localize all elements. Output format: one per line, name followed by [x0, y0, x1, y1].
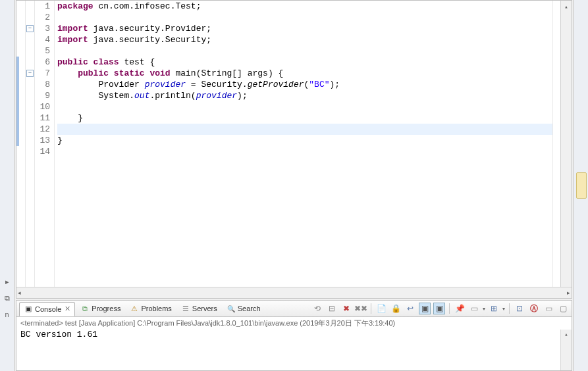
- change-marker: [16, 68, 19, 79]
- console-vertical-scrollbar[interactable]: ▴: [560, 330, 572, 370]
- clear-button[interactable]: 📄: [375, 303, 387, 314]
- tab-console[interactable]: ▣ Console ✕: [19, 302, 75, 316]
- fold-toggle[interactable]: −: [26, 70, 34, 77]
- line-number: 3: [35, 23, 50, 34]
- code-text-area[interactable]: package cn.com.infosec.Test; import java…: [55, 1, 552, 287]
- line-number: 9: [35, 90, 50, 101]
- change-marker: [16, 57, 19, 68]
- change-marker: [16, 124, 19, 135]
- tab-search[interactable]: 🔍 Search: [223, 302, 265, 315]
- right-trim: [574, 0, 588, 371]
- change-marker: [16, 90, 19, 101]
- editor-horizontal-scrollbar[interactable]: ◂ ▸: [16, 287, 572, 298]
- separator: [509, 303, 510, 314]
- line-number: 12: [35, 124, 50, 135]
- tab-progress[interactable]: ⧉ Progress: [76, 302, 124, 315]
- line-number: 13: [35, 135, 50, 146]
- line-number: 11: [35, 112, 50, 124]
- change-marker: [16, 79, 19, 90]
- maximize-button[interactable]: ▢: [557, 303, 569, 314]
- marker-ruler: [16, 1, 26, 287]
- code-line[interactable]: package cn.com.infosec.Test;: [57, 1, 552, 12]
- line-number: 5: [35, 45, 50, 57]
- minimize-button[interactable]: ▭: [543, 303, 554, 314]
- line-number: 14: [35, 146, 50, 157]
- open-console-button[interactable]: ⊞: [488, 303, 500, 314]
- remove-all-button[interactable]: ✖: [340, 303, 352, 314]
- restore-icon[interactable]: ⧉: [5, 294, 10, 303]
- line-number: 2: [35, 12, 50, 23]
- scroll-up-icon[interactable]: ▴: [564, 2, 568, 13]
- code-line[interactable]: public class test {: [57, 57, 552, 68]
- line-number: 7: [35, 68, 50, 79]
- dropdown-icon[interactable]: ▾: [483, 306, 485, 312]
- line-number: 1: [35, 1, 50, 12]
- scroll-left-icon[interactable]: ◂: [18, 289, 21, 296]
- line-number-ruler: 1234567891011121314: [35, 1, 55, 287]
- scroll-up-icon[interactable]: ▴: [564, 331, 568, 338]
- tab-label: Progress: [92, 305, 120, 312]
- code-line[interactable]: Provider provider = Security.getProvider…: [57, 79, 552, 90]
- code-line[interactable]: public static void main(String[] args) {: [57, 68, 552, 79]
- console-toolbar: ⟲ ⊟ ✖ ✖✖ 📄 🔒 ↩ ▣ ▣ 📌 ▭ ▾ ⊞ ▾: [311, 303, 569, 314]
- code-line[interactable]: [57, 146, 552, 157]
- tab-problems[interactable]: ⚠ Problems: [126, 302, 175, 315]
- code-line[interactable]: [57, 45, 552, 57]
- scroll-right-icon[interactable]: ▸: [567, 289, 570, 296]
- folding-ruler[interactable]: −−: [26, 1, 35, 287]
- word-wrap-button[interactable]: ↩: [404, 303, 416, 314]
- code-line[interactable]: import java.security.Provider;: [57, 23, 552, 34]
- tab-label: Servers: [192, 305, 217, 312]
- code-line[interactable]: [57, 124, 552, 135]
- display-button[interactable]: ▭: [468, 303, 480, 314]
- change-marker: [16, 101, 19, 112]
- tab-label: Problems: [141, 305, 171, 312]
- change-marker: [16, 112, 19, 124]
- separator: [449, 303, 450, 314]
- progress-icon: ⧉: [80, 304, 90, 313]
- console-output[interactable]: BC version 1.61 ▴: [16, 330, 572, 370]
- tab-servers[interactable]: ☰ Servers: [177, 302, 221, 315]
- remove-all2-button[interactable]: ✖✖: [355, 303, 367, 314]
- minimize-icon[interactable]: ▸: [5, 278, 9, 286]
- separator: [371, 303, 371, 314]
- problems-icon: ⚠: [130, 304, 139, 313]
- show-console1-button[interactable]: ▣: [419, 303, 431, 314]
- editor-vertical-scrollbar[interactable]: ▴: [560, 1, 572, 287]
- line-number: 10: [35, 101, 50, 112]
- relaunch-button[interactable]: ⟲: [311, 303, 323, 314]
- minimized-view-handle[interactable]: [576, 172, 587, 199]
- console-process-header: <terminated> test [Java Application] C:\…: [16, 317, 572, 330]
- options-button[interactable]: ⊡: [514, 303, 525, 314]
- tab-label: Search: [238, 305, 261, 312]
- console-output-text: BC version 1.61: [20, 330, 97, 339]
- fold-toggle[interactable]: −: [26, 25, 34, 32]
- servers-icon: ☰: [181, 304, 190, 313]
- line-number: 4: [35, 34, 50, 45]
- code-line[interactable]: }: [57, 135, 552, 146]
- console-icon: ▣: [24, 305, 33, 314]
- close-icon[interactable]: ✕: [65, 305, 70, 313]
- tab-label: Console: [35, 305, 61, 313]
- annotations-button[interactable]: Ⓐ: [528, 303, 540, 314]
- code-line[interactable]: import java.security.Security;: [57, 34, 552, 45]
- code-line[interactable]: }: [57, 112, 552, 124]
- search-icon: 🔍: [227, 304, 236, 313]
- line-number: 8: [35, 79, 50, 90]
- remove-launch-button[interactable]: ⊟: [326, 303, 338, 314]
- show-console2-button[interactable]: ▣: [433, 303, 445, 314]
- line-number: 6: [35, 57, 50, 68]
- view-tab-bar: ▣ Console ✕ ⧉ Progress ⚠ Problems ☰ Serv…: [16, 301, 572, 317]
- console-view: ▣ Console ✕ ⧉ Progress ⚠ Problems ☰ Serv…: [16, 300, 572, 371]
- pin-button[interactable]: 📌: [454, 303, 466, 314]
- change-marker: [16, 135, 19, 146]
- code-line[interactable]: [57, 12, 552, 23]
- left-trim: ▸ ⧉ n: [0, 0, 14, 371]
- code-line[interactable]: [57, 101, 552, 112]
- dropdown-icon[interactable]: ▾: [502, 306, 505, 312]
- scroll-lock-button[interactable]: 🔒: [390, 303, 402, 314]
- code-editor[interactable]: −− 1234567891011121314 package cn.com.in…: [16, 0, 572, 299]
- marker-icon: n: [5, 310, 9, 318]
- overview-ruler: [552, 1, 560, 287]
- code-line[interactable]: System.out.println(provider);: [57, 90, 552, 101]
